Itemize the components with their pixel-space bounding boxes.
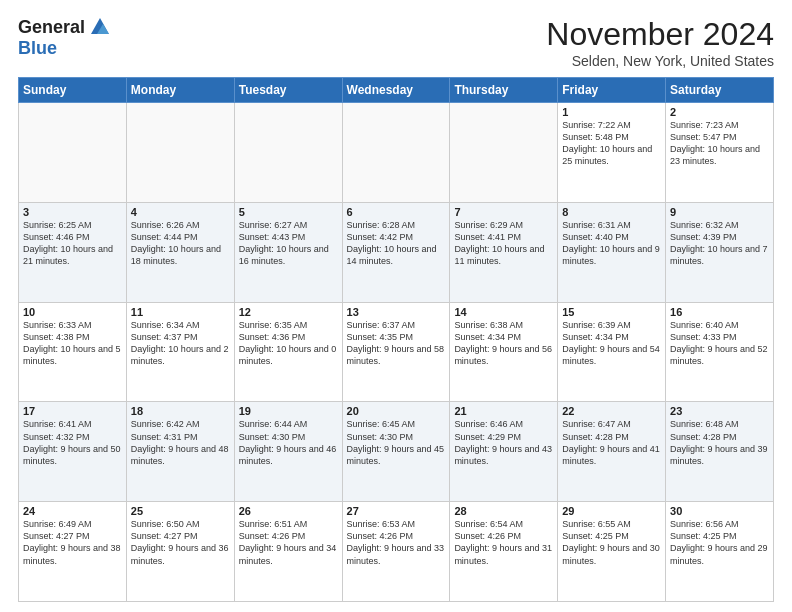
month-title: November 2024 [546,16,774,53]
calendar-week-row: 3Sunrise: 6:25 AM Sunset: 4:46 PM Daylig… [19,202,774,302]
day-info: Sunrise: 6:31 AM Sunset: 4:40 PM Dayligh… [562,219,661,268]
day-number: 17 [23,405,122,417]
table-row: 1Sunrise: 7:22 AM Sunset: 5:48 PM Daylig… [558,103,666,203]
table-row [342,103,450,203]
day-info: Sunrise: 6:26 AM Sunset: 4:44 PM Dayligh… [131,219,230,268]
table-row: 3Sunrise: 6:25 AM Sunset: 4:46 PM Daylig… [19,202,127,302]
table-row [234,103,342,203]
day-number: 7 [454,206,553,218]
calendar-week-row: 10Sunrise: 6:33 AM Sunset: 4:38 PM Dayli… [19,302,774,402]
day-info: Sunrise: 6:50 AM Sunset: 4:27 PM Dayligh… [131,518,230,567]
table-row [450,103,558,203]
day-number: 21 [454,405,553,417]
day-info: Sunrise: 6:33 AM Sunset: 4:38 PM Dayligh… [23,319,122,368]
logo-blue-text: Blue [18,38,57,59]
table-row: 13Sunrise: 6:37 AM Sunset: 4:35 PM Dayli… [342,302,450,402]
day-number: 28 [454,505,553,517]
header-sunday: Sunday [19,78,127,103]
day-info: Sunrise: 7:22 AM Sunset: 5:48 PM Dayligh… [562,119,661,168]
day-number: 26 [239,505,338,517]
table-row: 27Sunrise: 6:53 AM Sunset: 4:26 PM Dayli… [342,502,450,602]
day-number: 10 [23,306,122,318]
calendar-week-row: 17Sunrise: 6:41 AM Sunset: 4:32 PM Dayli… [19,402,774,502]
day-number: 22 [562,405,661,417]
table-row: 14Sunrise: 6:38 AM Sunset: 4:34 PM Dayli… [450,302,558,402]
day-info: Sunrise: 6:48 AM Sunset: 4:28 PM Dayligh… [670,418,769,467]
table-row: 10Sunrise: 6:33 AM Sunset: 4:38 PM Dayli… [19,302,127,402]
day-number: 2 [670,106,769,118]
day-info: Sunrise: 6:55 AM Sunset: 4:25 PM Dayligh… [562,518,661,567]
day-number: 30 [670,505,769,517]
day-number: 16 [670,306,769,318]
day-number: 15 [562,306,661,318]
day-info: Sunrise: 6:54 AM Sunset: 4:26 PM Dayligh… [454,518,553,567]
table-row: 17Sunrise: 6:41 AM Sunset: 4:32 PM Dayli… [19,402,127,502]
table-row: 18Sunrise: 6:42 AM Sunset: 4:31 PM Dayli… [126,402,234,502]
day-info: Sunrise: 6:56 AM Sunset: 4:25 PM Dayligh… [670,518,769,567]
title-section: November 2024 Selden, New York, United S… [546,16,774,69]
calendar-week-row: 1Sunrise: 7:22 AM Sunset: 5:48 PM Daylig… [19,103,774,203]
header-monday: Monday [126,78,234,103]
day-info: Sunrise: 6:34 AM Sunset: 4:37 PM Dayligh… [131,319,230,368]
header-thursday: Thursday [450,78,558,103]
table-row: 15Sunrise: 6:39 AM Sunset: 4:34 PM Dayli… [558,302,666,402]
header-saturday: Saturday [666,78,774,103]
table-row: 12Sunrise: 6:35 AM Sunset: 4:36 PM Dayli… [234,302,342,402]
table-row: 2Sunrise: 7:23 AM Sunset: 5:47 PM Daylig… [666,103,774,203]
calendar-table: Sunday Monday Tuesday Wednesday Thursday… [18,77,774,602]
table-row: 16Sunrise: 6:40 AM Sunset: 4:33 PM Dayli… [666,302,774,402]
day-number: 5 [239,206,338,218]
location: Selden, New York, United States [546,53,774,69]
day-number: 25 [131,505,230,517]
table-row: 21Sunrise: 6:46 AM Sunset: 4:29 PM Dayli… [450,402,558,502]
day-info: Sunrise: 6:38 AM Sunset: 4:34 PM Dayligh… [454,319,553,368]
day-number: 14 [454,306,553,318]
table-row [19,103,127,203]
table-row: 25Sunrise: 6:50 AM Sunset: 4:27 PM Dayli… [126,502,234,602]
logo: General Blue [18,16,111,59]
day-number: 11 [131,306,230,318]
day-number: 13 [347,306,446,318]
day-number: 18 [131,405,230,417]
day-info: Sunrise: 6:44 AM Sunset: 4:30 PM Dayligh… [239,418,338,467]
day-info: Sunrise: 6:35 AM Sunset: 4:36 PM Dayligh… [239,319,338,368]
logo-general-text: General [18,17,85,38]
day-info: Sunrise: 6:47 AM Sunset: 4:28 PM Dayligh… [562,418,661,467]
day-number: 29 [562,505,661,517]
table-row: 11Sunrise: 6:34 AM Sunset: 4:37 PM Dayli… [126,302,234,402]
day-number: 4 [131,206,230,218]
day-info: Sunrise: 6:29 AM Sunset: 4:41 PM Dayligh… [454,219,553,268]
day-info: Sunrise: 6:37 AM Sunset: 4:35 PM Dayligh… [347,319,446,368]
table-row [126,103,234,203]
table-row: 4Sunrise: 6:26 AM Sunset: 4:44 PM Daylig… [126,202,234,302]
header-friday: Friday [558,78,666,103]
day-number: 23 [670,405,769,417]
table-row: 6Sunrise: 6:28 AM Sunset: 4:42 PM Daylig… [342,202,450,302]
day-number: 27 [347,505,446,517]
table-row: 29Sunrise: 6:55 AM Sunset: 4:25 PM Dayli… [558,502,666,602]
day-info: Sunrise: 6:28 AM Sunset: 4:42 PM Dayligh… [347,219,446,268]
table-row: 9Sunrise: 6:32 AM Sunset: 4:39 PM Daylig… [666,202,774,302]
table-row: 24Sunrise: 6:49 AM Sunset: 4:27 PM Dayli… [19,502,127,602]
day-info: Sunrise: 7:23 AM Sunset: 5:47 PM Dayligh… [670,119,769,168]
page: General Blue November 2024 Selden, New Y… [0,0,792,612]
day-info: Sunrise: 6:27 AM Sunset: 4:43 PM Dayligh… [239,219,338,268]
table-row: 20Sunrise: 6:45 AM Sunset: 4:30 PM Dayli… [342,402,450,502]
day-number: 19 [239,405,338,417]
table-row: 5Sunrise: 6:27 AM Sunset: 4:43 PM Daylig… [234,202,342,302]
calendar-week-row: 24Sunrise: 6:49 AM Sunset: 4:27 PM Dayli… [19,502,774,602]
day-number: 3 [23,206,122,218]
day-number: 12 [239,306,338,318]
day-info: Sunrise: 6:40 AM Sunset: 4:33 PM Dayligh… [670,319,769,368]
table-row: 7Sunrise: 6:29 AM Sunset: 4:41 PM Daylig… [450,202,558,302]
day-number: 6 [347,206,446,218]
table-row: 8Sunrise: 6:31 AM Sunset: 4:40 PM Daylig… [558,202,666,302]
table-row: 23Sunrise: 6:48 AM Sunset: 4:28 PM Dayli… [666,402,774,502]
day-number: 20 [347,405,446,417]
calendar-header-row: Sunday Monday Tuesday Wednesday Thursday… [19,78,774,103]
day-info: Sunrise: 6:51 AM Sunset: 4:26 PM Dayligh… [239,518,338,567]
day-info: Sunrise: 6:32 AM Sunset: 4:39 PM Dayligh… [670,219,769,268]
table-row: 28Sunrise: 6:54 AM Sunset: 4:26 PM Dayli… [450,502,558,602]
header-tuesday: Tuesday [234,78,342,103]
day-info: Sunrise: 6:42 AM Sunset: 4:31 PM Dayligh… [131,418,230,467]
